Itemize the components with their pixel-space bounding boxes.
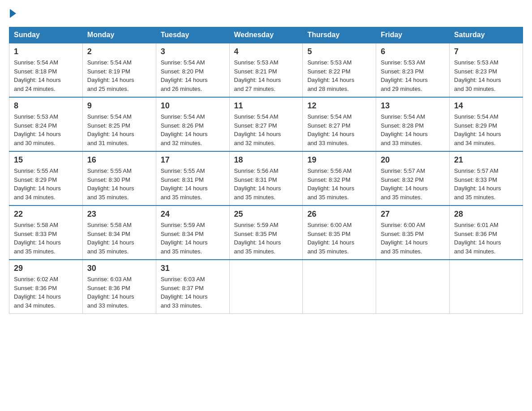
day-info: Sunrise: 5:56 AMSunset: 8:31 PMDaylight:…	[234, 167, 281, 201]
logo	[9, 9, 16, 18]
day-number: 2	[87, 47, 151, 56]
calendar-cell: 26 Sunrise: 6:00 AMSunset: 8:35 PMDaylig…	[303, 206, 376, 260]
day-info: Sunrise: 5:54 AMSunset: 8:27 PMDaylight:…	[307, 113, 354, 146]
day-number: 14	[454, 101, 518, 111]
calendar-cell: 19 Sunrise: 5:56 AMSunset: 8:32 PMDaylig…	[303, 151, 376, 206]
day-number: 22	[14, 210, 78, 219]
calendar-cell: 25 Sunrise: 5:59 AMSunset: 8:35 PMDaylig…	[229, 206, 303, 260]
day-number: 9	[87, 101, 151, 111]
day-info: Sunrise: 6:02 AMSunset: 8:36 PMDaylight:…	[14, 276, 61, 309]
day-info: Sunrise: 5:54 AMSunset: 8:25 PMDaylight:…	[87, 113, 134, 146]
logo-arrow-icon	[10, 9, 16, 18]
week-row-5: 29 Sunrise: 6:02 AMSunset: 8:36 PMDaylig…	[9, 260, 523, 314]
calendar-cell: 30 Sunrise: 6:03 AMSunset: 8:36 PMDaylig…	[82, 260, 156, 314]
day-info: Sunrise: 6:03 AMSunset: 8:36 PMDaylight:…	[87, 276, 134, 309]
day-info: Sunrise: 5:54 AMSunset: 8:27 PMDaylight:…	[234, 113, 281, 146]
day-number: 5	[307, 47, 371, 56]
day-info: Sunrise: 6:00 AMSunset: 8:35 PMDaylight:…	[381, 222, 428, 255]
day-number: 17	[161, 155, 225, 165]
day-number: 21	[454, 155, 518, 165]
day-number: 15	[14, 155, 78, 165]
col-header-thursday: Thursday	[303, 27, 376, 43]
day-info: Sunrise: 5:57 AMSunset: 8:32 PMDaylight:…	[381, 167, 428, 201]
day-info: Sunrise: 5:55 AMSunset: 8:31 PMDaylight:…	[161, 167, 208, 201]
calendar-cell: 20 Sunrise: 5:57 AMSunset: 8:32 PMDaylig…	[376, 151, 450, 206]
day-info: Sunrise: 5:53 AMSunset: 8:22 PMDaylight:…	[307, 59, 354, 92]
col-header-sunday: Sunday	[9, 27, 83, 43]
day-info: Sunrise: 5:59 AMSunset: 8:35 PMDaylight:…	[234, 222, 281, 255]
week-row-2: 8 Sunrise: 5:53 AMSunset: 8:24 PMDayligh…	[9, 97, 523, 151]
day-info: Sunrise: 5:53 AMSunset: 8:23 PMDaylight:…	[454, 59, 501, 92]
day-number: 16	[87, 155, 151, 165]
week-row-1: 1 Sunrise: 5:54 AMSunset: 8:18 PMDayligh…	[9, 43, 523, 97]
day-info: Sunrise: 5:58 AMSunset: 8:34 PMDaylight:…	[87, 222, 134, 255]
calendar-cell: 29 Sunrise: 6:02 AMSunset: 8:36 PMDaylig…	[9, 260, 83, 314]
day-number: 10	[161, 101, 225, 111]
day-number: 6	[381, 47, 445, 56]
day-info: Sunrise: 6:03 AMSunset: 8:37 PMDaylight:…	[161, 276, 208, 309]
col-header-wednesday: Wednesday	[229, 27, 303, 43]
calendar-cell: 13 Sunrise: 5:54 AMSunset: 8:28 PMDaylig…	[376, 97, 450, 151]
calendar-cell: 15 Sunrise: 5:55 AMSunset: 8:29 PMDaylig…	[9, 151, 83, 206]
calendar-cell	[303, 260, 376, 314]
day-info: Sunrise: 5:53 AMSunset: 8:23 PMDaylight:…	[381, 59, 428, 92]
day-number: 11	[234, 101, 298, 111]
day-number: 18	[234, 155, 298, 165]
day-number: 3	[161, 47, 225, 56]
day-info: Sunrise: 6:01 AMSunset: 8:36 PMDaylight:…	[454, 222, 501, 255]
calendar-cell: 9 Sunrise: 5:54 AMSunset: 8:25 PMDayligh…	[82, 97, 156, 151]
day-info: Sunrise: 5:58 AMSunset: 8:33 PMDaylight:…	[14, 222, 61, 255]
calendar-cell: 4 Sunrise: 5:53 AMSunset: 8:21 PMDayligh…	[229, 43, 303, 97]
calendar-cell: 27 Sunrise: 6:00 AMSunset: 8:35 PMDaylig…	[376, 206, 450, 260]
page-header	[9, 9, 523, 18]
day-info: Sunrise: 5:54 AMSunset: 8:19 PMDaylight:…	[87, 59, 134, 92]
calendar-cell: 12 Sunrise: 5:54 AMSunset: 8:27 PMDaylig…	[303, 97, 376, 151]
calendar-cell: 6 Sunrise: 5:53 AMSunset: 8:23 PMDayligh…	[376, 43, 450, 97]
day-number: 1	[14, 47, 78, 56]
day-number: 24	[161, 210, 225, 219]
calendar-cell: 18 Sunrise: 5:56 AMSunset: 8:31 PMDaylig…	[229, 151, 303, 206]
day-info: Sunrise: 5:55 AMSunset: 8:29 PMDaylight:…	[14, 167, 61, 201]
calendar-cell: 5 Sunrise: 5:53 AMSunset: 8:22 PMDayligh…	[303, 43, 376, 97]
calendar-cell	[376, 260, 450, 314]
calendar-cell: 3 Sunrise: 5:54 AMSunset: 8:20 PMDayligh…	[156, 43, 229, 97]
day-info: Sunrise: 5:54 AMSunset: 8:28 PMDaylight:…	[381, 113, 428, 146]
day-number: 29	[14, 264, 78, 273]
day-number: 12	[307, 101, 371, 111]
day-info: Sunrise: 5:54 AMSunset: 8:26 PMDaylight:…	[161, 113, 208, 146]
week-row-3: 15 Sunrise: 5:55 AMSunset: 8:29 PMDaylig…	[9, 151, 523, 206]
col-header-monday: Monday	[82, 27, 156, 43]
calendar-cell	[229, 260, 303, 314]
day-info: Sunrise: 5:53 AMSunset: 8:24 PMDaylight:…	[14, 113, 61, 146]
day-number: 23	[87, 210, 151, 219]
calendar-cell: 22 Sunrise: 5:58 AMSunset: 8:33 PMDaylig…	[9, 206, 83, 260]
day-info: Sunrise: 6:00 AMSunset: 8:35 PMDaylight:…	[307, 222, 354, 255]
day-number: 7	[454, 47, 518, 56]
calendar-cell: 8 Sunrise: 5:53 AMSunset: 8:24 PMDayligh…	[9, 97, 83, 151]
calendar-cell: 31 Sunrise: 6:03 AMSunset: 8:37 PMDaylig…	[156, 260, 229, 314]
calendar-table: SundayMondayTuesdayWednesdayThursdayFrid…	[9, 27, 523, 314]
col-header-saturday: Saturday	[450, 27, 523, 43]
day-info: Sunrise: 5:59 AMSunset: 8:34 PMDaylight:…	[161, 222, 208, 255]
day-number: 20	[381, 155, 445, 165]
calendar-cell: 1 Sunrise: 5:54 AMSunset: 8:18 PMDayligh…	[9, 43, 83, 97]
calendar-cell: 28 Sunrise: 6:01 AMSunset: 8:36 PMDaylig…	[450, 206, 523, 260]
week-row-4: 22 Sunrise: 5:58 AMSunset: 8:33 PMDaylig…	[9, 206, 523, 260]
day-number: 8	[14, 101, 78, 111]
day-number: 4	[234, 47, 298, 56]
day-number: 31	[161, 264, 225, 273]
calendar-cell: 14 Sunrise: 5:54 AMSunset: 8:29 PMDaylig…	[450, 97, 523, 151]
day-info: Sunrise: 5:54 AMSunset: 8:18 PMDaylight:…	[14, 59, 61, 92]
day-number: 26	[307, 210, 371, 219]
day-number: 25	[234, 210, 298, 219]
day-number: 19	[307, 155, 371, 165]
day-info: Sunrise: 5:57 AMSunset: 8:33 PMDaylight:…	[454, 167, 501, 201]
calendar-cell: 21 Sunrise: 5:57 AMSunset: 8:33 PMDaylig…	[450, 151, 523, 206]
calendar-cell	[450, 260, 523, 314]
day-number: 30	[87, 264, 151, 273]
day-info: Sunrise: 5:54 AMSunset: 8:29 PMDaylight:…	[454, 113, 501, 146]
calendar-cell: 7 Sunrise: 5:53 AMSunset: 8:23 PMDayligh…	[450, 43, 523, 97]
day-number: 27	[381, 210, 445, 219]
calendar-cell: 16 Sunrise: 5:55 AMSunset: 8:30 PMDaylig…	[82, 151, 156, 206]
day-number: 28	[454, 210, 518, 219]
